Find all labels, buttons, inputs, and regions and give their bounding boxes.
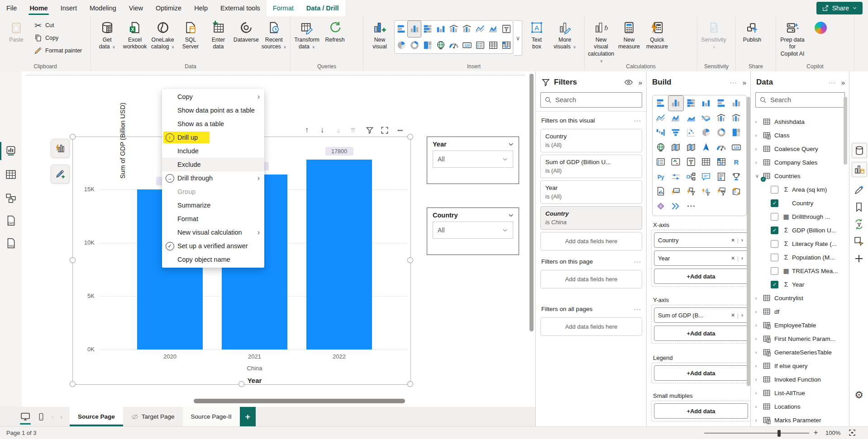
line-chart[interactable]	[473, 21, 486, 37]
remove-field-icon[interactable]: ×	[729, 312, 737, 319]
100-stacked-bar-chart[interactable]	[714, 96, 729, 111]
line-and-stacked-column-chart[interactable]	[714, 111, 729, 126]
canvas-horizontal-scrollbar[interactable]	[194, 399, 405, 403]
ribbon-button-dataverse[interactable]: Dataverse	[233, 19, 259, 45]
sync-slicers[interactable]	[852, 217, 866, 231]
table-item-employeetable[interactable]: ›EmployeeTable	[751, 318, 849, 332]
ribbon-button-recent[interactable]: Recent sources ∨	[261, 19, 287, 52]
desktop-view-icon[interactable]	[20, 411, 31, 423]
power-automate[interactable]	[683, 184, 699, 199]
more-options-icon[interactable]: •••	[395, 125, 405, 136]
field-checkbox[interactable]	[771, 186, 778, 194]
field-item-drillthrough-[interactable]: ▦Drillthrough ...	[751, 210, 849, 223]
python-visual[interactable]: Py	[653, 170, 668, 184]
format-pane[interactable]	[852, 183, 866, 197]
field-options-icon[interactable]: ›	[739, 237, 744, 243]
ribbon-button-cut[interactable]: ✂Cut	[31, 20, 85, 31]
field-pill-year[interactable]: Year×|›	[654, 250, 748, 266]
expand-chevron-icon[interactable]: ›	[755, 160, 761, 165]
stacked-area-chart[interactable]	[683, 111, 699, 126]
table-item-marks-parameter[interactable]: ›Marks Parameter	[751, 413, 849, 426]
clustered-bar-chart[interactable]	[434, 21, 447, 37]
report-canvas[interactable]: ↑↓↓↓⇈•••0K5K10K15KSum of GDP (Billion US…	[22, 71, 535, 407]
field-checkbox[interactable]	[771, 240, 778, 248]
collapse-pane-icon[interactable]: »	[639, 79, 642, 86]
zoom-slider[interactable]	[704, 433, 809, 434]
custom-visual[interactable]	[653, 199, 668, 214]
ai-filter-visual[interactable]	[714, 184, 729, 199]
more-options-icon[interactable]: ···	[829, 79, 836, 86]
multi-row-card[interactable]	[653, 155, 668, 170]
filters-search-box[interactable]: Search	[540, 92, 642, 108]
tab-optimize[interactable]: Optimize	[149, 0, 188, 16]
quick-visual-button[interactable]	[51, 139, 70, 158]
line-and-clustered-column-chart[interactable]	[729, 111, 744, 126]
filter-add-data-dropzone[interactable]: Add data fields here	[540, 317, 642, 336]
filter-add-data-dropzone[interactable]: Add data fields here	[540, 270, 642, 288]
matrix[interactable]	[500, 37, 513, 53]
expand-chevron-icon[interactable]: ›	[755, 309, 761, 314]
menu-item-copy-object-name[interactable]: Copy object name	[162, 253, 264, 266]
build-pane[interactable]	[852, 162, 867, 177]
menu-item-copy[interactable]: Copy›	[162, 90, 264, 104]
table-item-invoked-function[interactable]: ›Invoked Function	[751, 373, 849, 386]
tab-format[interactable]: Format	[267, 0, 300, 16]
drill-up-icon[interactable]: ↑	[301, 125, 312, 136]
field-checkbox[interactable]: ✓	[771, 281, 778, 288]
slicer-dropdown[interactable]: All	[433, 222, 513, 239]
resize-handle[interactable]	[70, 134, 76, 140]
resize-handle[interactable]	[407, 134, 413, 140]
ribbon-button-copy[interactable]: Copy	[31, 33, 85, 43]
share-button[interactable]: Share	[816, 2, 863, 14]
pie-chart[interactable]	[395, 37, 408, 53]
focus-mode-icon[interactable]	[379, 125, 390, 136]
menu-item-format[interactable]: Format	[162, 212, 264, 226]
expand-chevron-icon[interactable]: ›	[755, 336, 761, 341]
ribbon-chart[interactable]	[699, 111, 714, 126]
expand-chevron-icon[interactable]: ›	[755, 390, 761, 396]
expand-all-down-icon[interactable]: ↓↓	[332, 125, 343, 136]
add-data-button[interactable]: +Add data	[654, 365, 748, 381]
menu-item-drill-through[interactable]: →Drill through›	[162, 171, 264, 185]
ribbon-button-new[interactable]: New visual	[366, 19, 393, 52]
filter-add-data-dropzone[interactable]: Add data fields here	[540, 232, 642, 250]
field-item-area-sq-km-[interactable]: ΣArea (sq km)	[751, 183, 849, 196]
tab-insert[interactable]: Insert	[54, 0, 83, 16]
tmdl-view[interactable]: TMDL	[4, 236, 18, 250]
ai-visual[interactable]: A	[699, 184, 714, 199]
ribbon-button-enter[interactable]: Enter data	[205, 19, 232, 52]
menu-item-set-up-a-verified-answer[interactable]: ✓Set up a verified answer	[162, 239, 264, 253]
menu-item-include[interactable]: Include	[162, 144, 264, 158]
drill-down-icon[interactable]: ↓	[317, 125, 328, 136]
more-options-icon[interactable]: ···	[730, 79, 737, 86]
matrix[interactable]	[714, 155, 729, 170]
shape-map[interactable]	[683, 140, 699, 155]
next-page-icon[interactable]: ›	[60, 413, 62, 420]
menu-item-summarize[interactable]: Summarize	[162, 198, 264, 212]
filter-icon[interactable]	[364, 125, 375, 136]
card[interactable]: 123	[460, 37, 473, 53]
tab-home[interactable]: Home	[23, 0, 54, 16]
expand-chevron-icon[interactable]: ›	[755, 146, 761, 151]
field-checkbox[interactable]	[771, 213, 778, 221]
slicer[interactable]	[683, 155, 699, 170]
scatter-chart[interactable]	[683, 125, 699, 140]
tab-file[interactable]: File	[0, 0, 23, 16]
tab-help[interactable]: Help	[188, 0, 214, 16]
build-pane-scrollbar[interactable]	[747, 97, 750, 386]
field-item-year[interactable]: ✓ΣYear	[751, 278, 849, 291]
menu-item-new-visual-calculation[interactable]: New visual calculation›	[162, 226, 264, 239]
table[interactable]	[486, 37, 500, 53]
key-influencers[interactable]	[668, 170, 684, 184]
bar-2022[interactable]	[306, 160, 372, 349]
field-checkbox[interactable]	[771, 267, 778, 275]
expand-chevron-icon[interactable]: ›	[755, 363, 761, 368]
stacked-bar-chart[interactable]	[395, 21, 408, 37]
previous-page-icon[interactable]: ‹	[52, 413, 54, 420]
r-script-visual[interactable]: R	[729, 155, 744, 170]
qa-visual[interactable]	[699, 170, 714, 184]
ribbon-button-new[interactable]: New measure	[615, 19, 643, 52]
line-and-stacked-column-chart[interactable]	[447, 21, 460, 37]
resize-handle[interactable]	[70, 257, 76, 263]
line-and-clustered-column-chart[interactable]	[460, 21, 473, 37]
